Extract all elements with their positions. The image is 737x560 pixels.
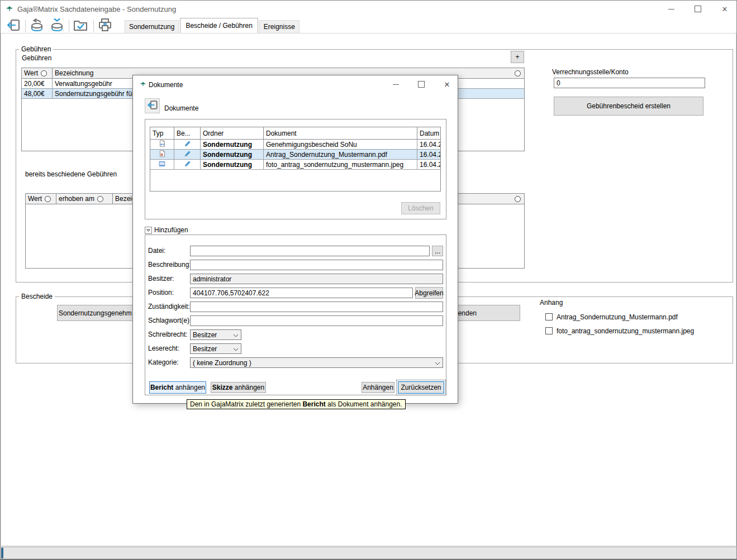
database-save-button[interactable] xyxy=(49,18,65,33)
document-row-selected[interactable]: a Sondernutzung Antrag_Sondernutzung_Mus… xyxy=(150,150,440,160)
zustaendigkeit-input[interactable] xyxy=(190,301,443,312)
kategorie-label: Kategorie: xyxy=(148,358,179,366)
dialog-logo-icon xyxy=(140,81,146,89)
close-icon: ✕ xyxy=(722,6,728,13)
toolbar-separator xyxy=(93,20,94,32)
beschieden-label: bereits beschiedene Gebühren xyxy=(25,170,117,178)
browse-button[interactable]: ... xyxy=(432,246,443,256)
exit-button[interactable] xyxy=(5,18,22,33)
attachment-checkbox-jpeg[interactable] xyxy=(545,327,553,334)
chevron-down-icon xyxy=(435,359,440,367)
title-bar: Gaja®Matrix Sachdateneingabe - Sondernut… xyxy=(1,1,736,17)
sort-circle-icon xyxy=(41,70,47,76)
minimize-button[interactable] xyxy=(658,1,684,17)
doc-col-be[interactable]: Be... xyxy=(174,127,201,139)
beschreibung-input[interactable] xyxy=(190,260,443,270)
exit-icon xyxy=(6,18,21,34)
tab-ereignisse[interactable]: Ereignisse xyxy=(259,20,299,33)
chevron-down-icon xyxy=(233,345,239,353)
verrechnungsstelle-label: Verrechnungsstelle/Konto xyxy=(552,68,629,76)
skizze-anhaengen-button[interactable]: Skizze anhängen xyxy=(211,382,266,393)
exit-icon xyxy=(146,99,159,112)
document-row[interactable]: Sondernutzung foto_antrag_sondernutzung_… xyxy=(150,160,440,170)
pencil-icon xyxy=(184,140,191,149)
maximize-icon xyxy=(418,81,425,88)
tooltip: Den in GajaMatrix zuletzt generierten Be… xyxy=(187,399,406,409)
pencil-icon xyxy=(184,160,191,169)
document-row[interactable]: Sondernutzung Genehmigungsbescheid SoNu … xyxy=(150,140,440,150)
add-fee-button[interactable]: + xyxy=(511,51,524,63)
schlagworte-label: Schlagwort(e): xyxy=(148,317,191,324)
dialog-header-label: Dokumente xyxy=(164,104,198,112)
image-file-icon xyxy=(158,160,166,169)
zustaendigkeit-label: Zuständigkeit: xyxy=(148,303,190,310)
loeschen-button[interactable]: Löschen xyxy=(401,202,440,214)
abgreifen-button[interactable]: Abgreifen xyxy=(415,287,443,299)
dialog-minimize-button[interactable] xyxy=(388,78,403,90)
beschieden-col-wert[interactable]: Wert xyxy=(26,194,56,204)
attachment-checkbox-pdf[interactable] xyxy=(545,313,553,320)
doc-col-typ[interactable]: Typ xyxy=(150,127,174,139)
database-load-button[interactable] xyxy=(28,18,45,33)
position-label: Position: xyxy=(148,289,174,296)
verrechnungsstelle-input[interactable] xyxy=(554,78,705,88)
close-button[interactable]: ✕ xyxy=(712,1,737,17)
schreibrecht-select[interactable]: Besitzer xyxy=(190,329,241,340)
sort-circle-icon xyxy=(97,196,103,202)
kategorie-select[interactable]: ( keine Zuordnung ) xyxy=(190,357,443,368)
position-input[interactable] xyxy=(190,288,413,298)
documents-table-header: Typ Be... Ordner Dokument Datum xyxy=(150,127,440,140)
app-window: Gaja®Matrix Sachdateneingabe - Sondernut… xyxy=(0,0,737,560)
anhang-label: Anhang xyxy=(540,299,563,307)
attachment-label-pdf: Antrag_Sondernutzung_Mustermann.pdf xyxy=(557,313,678,321)
documents-table-empty-area xyxy=(150,170,440,191)
tab-strip: Sondernutzung Bescheide / Gebühren Ereig… xyxy=(125,17,301,33)
dialog-title: Dokumente xyxy=(149,81,183,89)
besitzer-input[interactable] xyxy=(190,274,443,284)
database-save-icon xyxy=(49,17,65,35)
leserecht-label: Leserecht: xyxy=(148,344,179,352)
minimize-icon xyxy=(668,9,674,9)
beschreibung-label: Beschreibung: xyxy=(148,261,191,269)
bericht-anhaengen-button[interactable]: Bericht anhängen xyxy=(149,381,206,394)
validate-folder-button[interactable] xyxy=(72,18,89,33)
database-load-icon xyxy=(29,17,45,35)
hinzufuegen-label: Hinzufügen xyxy=(154,226,188,234)
bescheide-legend: Bescheide xyxy=(19,293,55,300)
pencil-icon xyxy=(184,150,191,159)
schreibrecht-label: Schreibrecht: xyxy=(148,331,188,338)
print-button[interactable] xyxy=(97,18,113,33)
chevron-down-icon xyxy=(233,331,239,339)
attachment-label-jpeg: foto_antrag_sondernutzung_mustermann.jpe… xyxy=(557,327,694,335)
datei-input[interactable] xyxy=(190,246,430,256)
anhaengen-button[interactable]: Anhängen xyxy=(362,382,394,393)
folder-check-icon xyxy=(72,17,89,35)
schlagworte-input[interactable] xyxy=(190,315,443,326)
tab-bescheide-gebuehren[interactable]: Bescheide / Gebühren xyxy=(180,18,258,33)
doc-file-icon xyxy=(159,140,166,149)
dialog-maximize-button[interactable] xyxy=(414,78,429,90)
maximize-icon xyxy=(695,6,701,12)
maximize-button[interactable] xyxy=(685,1,711,17)
gebuehrenbescheid-erstellen-button[interactable]: Gebührenbescheid erstellen xyxy=(554,97,703,116)
fees-col-wert[interactable]: Wert xyxy=(22,68,53,78)
dialog-exit-button[interactable] xyxy=(145,98,160,113)
printer-icon xyxy=(97,17,113,35)
close-icon: ✕ xyxy=(444,81,450,88)
sort-circle-icon xyxy=(45,196,51,202)
leserecht-select[interactable]: Besitzer xyxy=(190,343,241,354)
doc-col-datum[interactable]: Datum xyxy=(417,127,440,139)
doc-col-ordner[interactable]: Ordner xyxy=(201,127,264,139)
status-progress-accent xyxy=(1,548,3,558)
zuruecksetzen-button[interactable]: Zurücksetzen xyxy=(398,381,444,394)
pdf-file-icon: a xyxy=(159,150,166,159)
datei-label: Datei: xyxy=(148,247,165,255)
beschieden-col-erhoben[interactable]: erhoben am xyxy=(56,194,113,204)
doc-col-dokument[interactable]: Dokument xyxy=(264,127,417,139)
sort-circle-icon xyxy=(515,196,521,202)
documents-table[interactable]: Typ Be... Ordner Dokument Datum S xyxy=(150,127,441,192)
dialog-close-button[interactable]: ✕ xyxy=(440,78,454,90)
tab-sondernutzung[interactable]: Sondernutzung xyxy=(125,20,179,33)
toolbar-separator xyxy=(69,20,69,32)
hinzufuegen-groupbox xyxy=(145,234,446,395)
